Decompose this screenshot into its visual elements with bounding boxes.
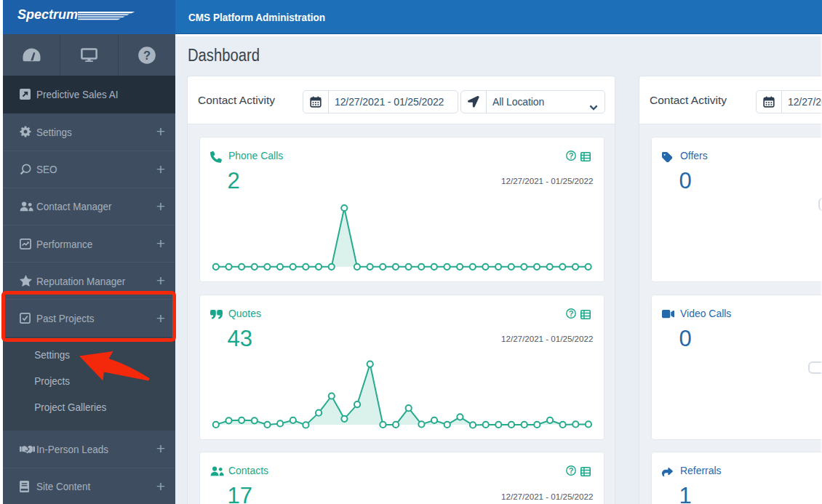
svg-text:?: ? [143,48,151,61]
svg-text:?: ? [569,466,574,475]
